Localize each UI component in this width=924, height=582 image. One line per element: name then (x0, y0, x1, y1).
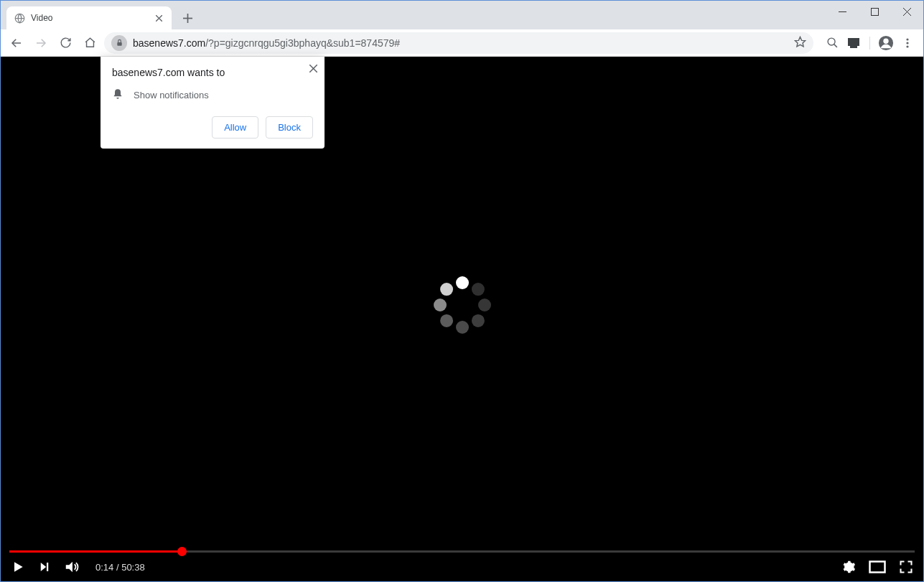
new-tab-button[interactable] (177, 8, 197, 28)
svg-rect-1 (872, 8, 879, 15)
account-icon[interactable] (876, 33, 896, 53)
tab-strip: Video (1, 1, 923, 29)
next-button[interactable] (38, 560, 51, 573)
prompt-close-button[interactable] (309, 62, 317, 75)
home-button[interactable] (80, 33, 100, 53)
prompt-request-text: Show notifications (134, 90, 209, 100)
block-button[interactable]: Block (266, 116, 313, 139)
allow-button[interactable]: Allow (212, 116, 258, 139)
tab-title: Video (31, 13, 147, 23)
loading-spinner (434, 276, 491, 334)
svg-point-19 (906, 38, 908, 40)
video-time-display: 0:14 / 50:38 (95, 562, 145, 573)
window-controls (826, 1, 923, 22)
bell-icon (112, 88, 123, 102)
zoom-icon[interactable] (822, 33, 842, 53)
svg-rect-24 (47, 563, 48, 571)
prompt-title: basenews7.com wants to (112, 67, 313, 78)
back-button[interactable] (6, 33, 27, 53)
svg-rect-26 (870, 562, 885, 573)
reload-button[interactable] (55, 33, 75, 53)
window-minimize-button[interactable] (826, 1, 859, 22)
fullscreen-button[interactable] (899, 560, 913, 574)
svg-marker-22 (14, 562, 23, 571)
window-close-button[interactable] (891, 1, 923, 22)
bookmark-star-icon[interactable] (794, 36, 806, 50)
notification-permission-prompt: basenews7.com wants to Show notification… (101, 57, 325, 149)
svg-point-13 (828, 38, 835, 45)
svg-point-20 (906, 42, 908, 44)
svg-marker-12 (795, 37, 805, 46)
toolbar-divider (869, 37, 870, 50)
forward-button[interactable] (31, 33, 51, 53)
svg-rect-11 (117, 42, 121, 46)
theater-mode-button[interactable] (869, 560, 886, 573)
svg-marker-23 (41, 563, 47, 571)
url-text: basenews7.com/?p=gizgcnrqgu5gi3bphayq&su… (133, 37, 788, 49)
video-controls: 0:14 / 50:38 (1, 553, 923, 581)
address-bar[interactable]: basenews7.com/?p=gizgcnrqgu5gi3bphayq&su… (104, 32, 813, 54)
window-maximize-button[interactable] (859, 1, 891, 22)
play-button[interactable] (11, 560, 25, 574)
globe-icon (14, 12, 25, 24)
browser-toolbar: basenews7.com/?p=gizgcnrqgu5gi3bphayq&su… (1, 29, 923, 57)
svg-marker-25 (66, 562, 73, 573)
svg-rect-15 (848, 38, 859, 46)
svg-rect-16 (850, 46, 857, 48)
extension-icon[interactable] (844, 33, 864, 53)
toolbar-right (818, 33, 918, 53)
menu-button[interactable] (897, 33, 918, 53)
settings-button[interactable] (841, 560, 856, 574)
lock-icon[interactable] (111, 35, 127, 51)
browser-tab[interactable]: Video (6, 6, 172, 29)
tab-close-button[interactable] (153, 12, 164, 24)
svg-point-21 (906, 45, 908, 47)
volume-button[interactable] (64, 559, 80, 575)
svg-line-14 (834, 44, 836, 47)
svg-point-18 (883, 38, 888, 43)
